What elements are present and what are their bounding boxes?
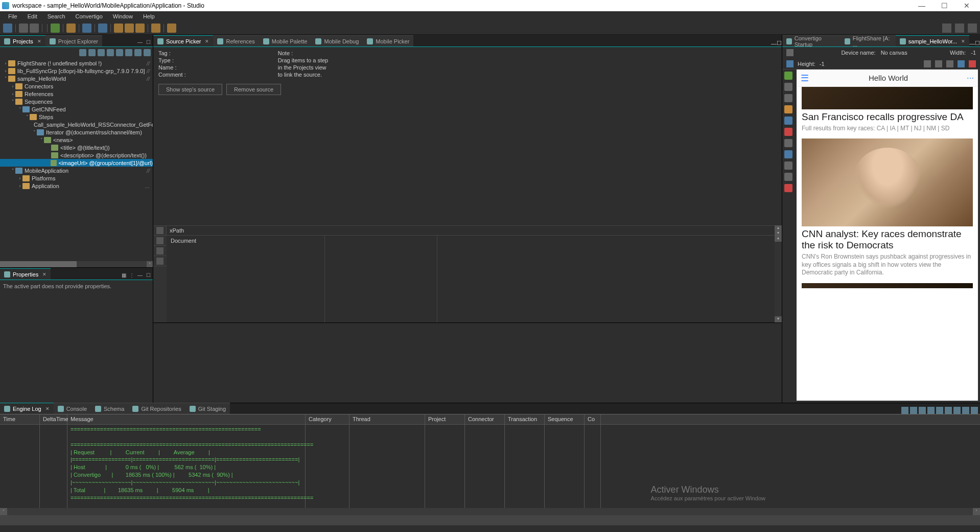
scroll-up-icon[interactable]: ▴ — [775, 236, 782, 242]
side-icon-8[interactable] — [784, 150, 792, 158]
tab-project-explorer[interactable]: Project Explorer — [45, 35, 102, 47]
maximize-view-icon[interactable]: ☐ — [145, 272, 152, 280]
log-column-header[interactable]: Connector — [465, 414, 505, 424]
close-tab-icon[interactable]: ✕ — [45, 406, 50, 411]
wand-icon[interactable] — [66, 24, 76, 33]
side-icon-3[interactable] — [784, 94, 792, 102]
scroll-thumb[interactable] — [0, 261, 77, 267]
side-icon-7[interactable] — [784, 139, 792, 147]
remove-device-icon[interactable] — [969, 60, 976, 67]
undo-icon[interactable] — [135, 24, 145, 33]
close-window-button[interactable]: ✕ — [955, 2, 978, 10]
log-column-header[interactable]: Sequence — [545, 414, 585, 424]
log-body[interactable]: ========================================… — [0, 425, 980, 508]
scroll-down-icon[interactable]: ▾ — [775, 230, 782, 236]
nav-down-icon[interactable] — [156, 247, 164, 255]
save-icon[interactable] — [19, 24, 28, 33]
tree-hscroll[interactable]: ‹ › — [0, 261, 153, 267]
box-icon[interactable] — [167, 24, 176, 33]
log-tool-1-icon[interactable] — [901, 407, 908, 414]
news-title[interactable]: San Francisco recalls progressive DA — [802, 111, 973, 123]
scroll-down-icon[interactable]: ▾ — [775, 316, 782, 322]
more-icon[interactable]: ⋯ — [967, 74, 974, 82]
twisty-icon[interactable]: ˅ — [10, 99, 15, 104]
tab-projects[interactable]: Projects ✕ — [0, 35, 45, 47]
tab-source-picker[interactable]: Source Picker ✕ — [153, 35, 213, 47]
twisty-icon[interactable]: › — [17, 183, 22, 189]
save-all-icon[interactable] — [30, 24, 39, 33]
hamburger-icon[interactable]: ☰ — [801, 73, 810, 84]
tree-row[interactable]: ›Connectors — [0, 82, 153, 90]
prop-menu-icon[interactable]: ⋮ — [128, 272, 135, 280]
maximize-view-icon[interactable] — [971, 407, 978, 414]
log-tool-6-icon[interactable] — [945, 407, 952, 414]
increment-icon[interactable] — [134, 49, 142, 56]
device-name-value[interactable]: No canvas — [881, 50, 907, 56]
tree-row[interactable]: <description> @(description/text()) — [0, 151, 153, 159]
tab-console[interactable]: Console — [54, 403, 91, 414]
news-title[interactable]: CNN analyst: Key races demonstrate the r… — [802, 228, 973, 251]
perspective-icon[interactable] — [955, 24, 964, 33]
tab-properties[interactable]: Properties ✕ — [0, 268, 51, 280]
tab-sample-helloworld[interactable]: sample_HelloWor...✕ — [896, 35, 969, 47]
tab-git-staging[interactable]: Git Staging — [185, 403, 230, 414]
tree-row[interactable]: ›FlightShare (! undefined symbol !)// — [0, 59, 153, 67]
save-device-icon[interactable] — [958, 60, 965, 67]
minimize-button[interactable]: — — [911, 2, 933, 10]
minimize-view-icon[interactable] — [962, 407, 969, 414]
maximize-button[interactable]: ☐ — [933, 2, 955, 10]
log-hscroll[interactable]: ‹ › — [0, 508, 980, 515]
prop-tool-a-icon[interactable]: ▦ — [120, 272, 127, 280]
zoom-out-icon[interactable] — [924, 60, 931, 67]
tree-row[interactable]: ›Application... — [0, 182, 153, 190]
log-tool-4-icon[interactable] — [927, 407, 935, 414]
menu-dropdown-icon[interactable] — [144, 49, 151, 56]
tab-convertigo-startup[interactable]: Convertigo Startup — [782, 35, 841, 47]
scroll-up-icon[interactable]: ▴ — [775, 225, 782, 230]
side-icon-1[interactable] — [784, 72, 792, 80]
twisty-icon[interactable]: › — [17, 176, 22, 181]
new-icon[interactable] — [3, 24, 12, 33]
scroll-right-icon[interactable]: › — [973, 508, 980, 515]
log-column-header[interactable]: Message — [67, 414, 306, 424]
side-icon-11[interactable] — [784, 184, 792, 192]
minimize-view-icon[interactable]: — — [136, 39, 144, 47]
twisty-icon[interactable]: ˅ — [10, 168, 15, 173]
maximize-view-icon[interactable]: ☐ — [777, 40, 782, 47]
tree-row[interactable]: ˅Sequences — [0, 98, 153, 105]
tree-row[interactable]: ˅Steps — [0, 113, 153, 121]
scroll-right-icon[interactable]: › — [147, 261, 153, 267]
tree-row[interactable]: <imageUrl> @(group/content[1]/@url) — [0, 159, 153, 167]
minimize-view-icon[interactable]: — — [969, 40, 975, 47]
tree-row[interactable]: ˅Iterator @(document/rss/channel/item) — [0, 128, 153, 136]
menu-help[interactable]: Help — [138, 13, 160, 19]
xpath-input[interactable] — [187, 226, 775, 235]
tree-row[interactable]: ›Platforms — [0, 174, 153, 182]
log-tool-5-icon[interactable] — [936, 407, 943, 414]
twisty-icon[interactable]: › — [10, 91, 15, 97]
tree-row[interactable]: ˅<news> — [0, 136, 153, 144]
link-icon[interactable] — [98, 49, 105, 56]
back-arrow-icon[interactable] — [114, 24, 123, 33]
log-column-header[interactable]: Transaction — [505, 414, 545, 424]
nav-anchor-icon[interactable] — [156, 258, 164, 265]
remove-source-button[interactable]: Remove source — [226, 84, 281, 95]
menu-edit[interactable]: Edit — [22, 13, 42, 19]
minimize-view-icon[interactable]: — — [771, 40, 777, 47]
log-column-header[interactable]: Time — [0, 414, 40, 424]
twisty-icon[interactable]: › — [3, 61, 8, 66]
tree-row[interactable]: ˅GetCNNFeed — [0, 105, 153, 113]
twisty-icon[interactable]: ˅ — [32, 130, 37, 135]
minimize-view-icon[interactable]: — — [136, 272, 144, 280]
close-tab-icon[interactable]: ✕ — [961, 39, 965, 44]
menu-window[interactable]: Window — [108, 13, 138, 19]
side-icon-10[interactable] — [784, 173, 792, 181]
tool-b-icon[interactable] — [98, 24, 107, 33]
collapse-icon[interactable] — [88, 49, 96, 56]
tool-a-icon[interactable] — [82, 24, 91, 33]
show-step-source-button[interactable]: Show step's source — [158, 84, 222, 95]
log-column-header[interactable]: Project — [425, 414, 465, 424]
tab-schema[interactable]: Schema — [91, 403, 128, 414]
log-menu-icon[interactable] — [953, 407, 961, 414]
close-tab-icon[interactable]: ✕ — [205, 39, 209, 44]
